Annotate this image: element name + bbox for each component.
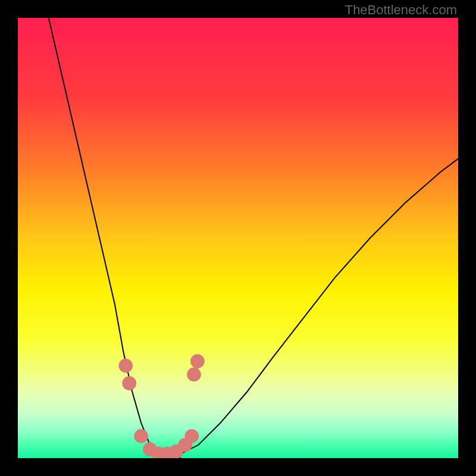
marker-dots (118, 354, 204, 458)
marker-dot (184, 429, 199, 443)
watermark-text: TheBottleneck.com (345, 2, 457, 18)
marker-dot (134, 429, 148, 443)
plot-area (18, 18, 458, 458)
marker-dot (122, 376, 136, 390)
right-curve (163, 159, 458, 458)
curves-layer (18, 18, 458, 458)
chart-frame: TheBottleneck.com (0, 0, 476, 476)
marker-dot (187, 368, 201, 382)
marker-dot (190, 354, 205, 368)
left-curve (49, 18, 181, 458)
marker-dot (118, 359, 133, 373)
